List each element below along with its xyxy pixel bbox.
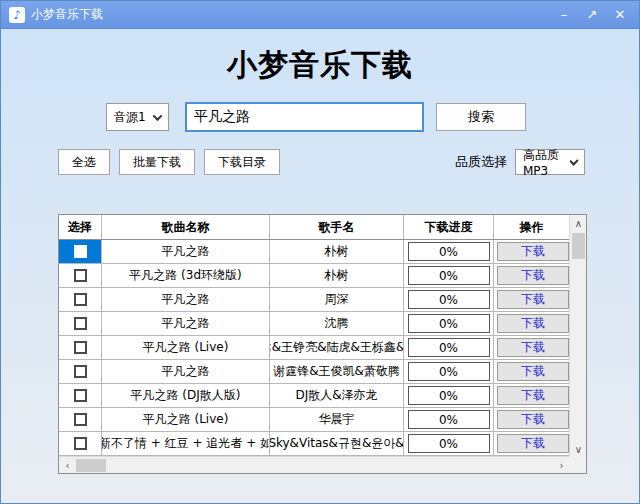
row-select-cell[interactable]: [59, 384, 102, 407]
row-select-cell[interactable]: [59, 288, 102, 311]
app-window: ♪ 小梦音乐下载 – ↗ ✕ 小梦音乐下载 音源1 搜索 全选 批量下载 下载目…: [0, 0, 640, 504]
row-checkbox[interactable]: [74, 269, 87, 282]
row-checkbox[interactable]: [74, 389, 87, 402]
row-checkbox[interactable]: [74, 245, 87, 258]
horizontal-scroll-thumb[interactable]: [76, 459, 106, 472]
table-body: 平凡之路 朴树 0% 下载 平凡之路 (3d环绕版) 朴树 0% 下载 平凡之路…: [59, 240, 569, 456]
row-checkbox[interactable]: [74, 365, 87, 378]
download-button[interactable]: 下载: [497, 338, 569, 357]
song-name-cell: 新不了情 + 红豆 + 追光者 + 如: [102, 432, 270, 455]
table-row: 平凡之路 朴树 0% 下载: [59, 240, 569, 264]
toolbar: 全选 批量下载 下载目录 品质选择 高品质MP3: [58, 149, 585, 175]
progress-box: 0%: [408, 290, 490, 309]
download-button[interactable]: 下载: [497, 434, 569, 453]
table-row: 新不了情 + 红豆 + 追光者 + 如 Sky&Vitas&규현&윤아& 0% …: [59, 432, 569, 456]
action-cell: 下载: [494, 336, 569, 359]
progress-box: 0%: [408, 338, 490, 357]
table-row: 平凡之路 (DJ散人版) DJ散人&泽亦龙 0% 下载: [59, 384, 569, 408]
download-button[interactable]: 下载: [497, 314, 569, 333]
table-row: 平凡之路 (Live) ;&王铮亮&陆虎&王栎鑫& 0% 下载: [59, 336, 569, 360]
progress-box: 0%: [408, 410, 490, 429]
action-cell: 下载: [494, 264, 569, 287]
progress-cell: 0%: [404, 408, 494, 431]
action-cell: 下载: [494, 312, 569, 335]
download-button[interactable]: 下载: [497, 290, 569, 309]
progress-box: 0%: [408, 434, 490, 453]
table-row: 平凡之路 周深 0% 下载: [59, 288, 569, 312]
row-select-cell[interactable]: [59, 408, 102, 431]
artist-name-cell: 谢霆锋&王俊凯&萧敬腾: [270, 360, 404, 383]
select-all-button[interactable]: 全选: [58, 149, 110, 175]
progress-box: 0%: [408, 314, 490, 333]
download-button[interactable]: 下载: [497, 410, 569, 429]
row-select-cell[interactable]: [59, 336, 102, 359]
search-button[interactable]: 搜索: [436, 103, 526, 131]
action-cell: 下载: [494, 240, 569, 263]
horizontal-scrollbar[interactable]: ‹ ›: [59, 456, 570, 473]
row-select-cell[interactable]: [59, 264, 102, 287]
quality-group: 品质选择 高品质MP3: [455, 149, 585, 175]
download-button[interactable]: 下载: [497, 266, 569, 285]
vertical-scrollbar[interactable]: ∧ ∨: [569, 215, 586, 458]
progress-cell: 0%: [404, 432, 494, 455]
download-button[interactable]: 下载: [497, 242, 569, 261]
quality-label: 品质选择: [455, 153, 507, 171]
chevron-down-icon: [153, 111, 163, 121]
scroll-right-icon[interactable]: ›: [553, 457, 570, 474]
row-select-cell[interactable]: [59, 240, 102, 263]
artist-name-cell: 沈腾: [270, 312, 404, 335]
progress-box: 0%: [408, 242, 490, 261]
vertical-scroll-thumb[interactable]: [572, 233, 585, 259]
column-header-artist: 歌手名: [270, 215, 404, 239]
download-button[interactable]: 下载: [497, 362, 569, 381]
row-checkbox[interactable]: [74, 437, 87, 450]
download-button[interactable]: 下载: [497, 386, 569, 405]
action-cell: 下载: [494, 432, 569, 455]
maximize-button[interactable]: ↗: [585, 7, 599, 22]
song-name-cell: 平凡之路 (3d环绕版): [102, 264, 270, 287]
batch-download-button[interactable]: 批量下载: [119, 149, 195, 175]
column-header-action: 操作: [494, 215, 569, 239]
row-select-cell[interactable]: [59, 432, 102, 455]
table-row: 平凡之路 (Live) 华晨宇 0% 下载: [59, 408, 569, 432]
row-select-cell[interactable]: [59, 360, 102, 383]
scroll-left-icon[interactable]: ‹: [59, 457, 76, 474]
row-checkbox[interactable]: [74, 413, 87, 426]
quality-select-value: 高品质MP3: [523, 147, 571, 178]
progress-cell: 0%: [404, 264, 494, 287]
song-name-cell: 平凡之路: [102, 240, 270, 263]
titlebar: ♪ 小梦音乐下载 – ↗ ✕: [1, 1, 639, 29]
progress-box: 0%: [408, 266, 490, 285]
quality-select[interactable]: 高品质MP3: [515, 149, 585, 175]
source-select[interactable]: 音源1: [106, 103, 169, 131]
song-name-cell: 平凡之路: [102, 312, 270, 335]
progress-cell: 0%: [404, 336, 494, 359]
column-header-progress: 下载进度: [404, 215, 494, 239]
progress-cell: 0%: [404, 384, 494, 407]
results-grid: 选择 歌曲名称 歌手名 下载进度 操作 平凡之路 朴树 0% 下载 平凡之路 (…: [58, 214, 587, 474]
scroll-up-icon[interactable]: ∧: [570, 215, 587, 232]
minimize-button[interactable]: –: [557, 7, 571, 22]
download-dir-button[interactable]: 下载目录: [204, 149, 280, 175]
search-input[interactable]: [185, 102, 424, 132]
app-body: 小梦音乐下载 音源1 搜索 全选 批量下载 下载目录 品质选择 高品质MP3: [1, 29, 639, 503]
progress-cell: 0%: [404, 360, 494, 383]
row-checkbox[interactable]: [74, 341, 87, 354]
search-row: 音源1 搜索: [106, 102, 639, 132]
action-cell: 下载: [494, 360, 569, 383]
artist-name-cell: 周深: [270, 288, 404, 311]
action-cell: 下载: [494, 384, 569, 407]
column-header-song: 歌曲名称: [102, 215, 270, 239]
song-name-cell: 平凡之路: [102, 288, 270, 311]
song-name-cell: 平凡之路 (DJ散人版): [102, 384, 270, 407]
table-row: 平凡之路 谢霆锋&王俊凯&萧敬腾 0% 下载: [59, 360, 569, 384]
progress-box: 0%: [408, 362, 490, 381]
progress-cell: 0%: [404, 240, 494, 263]
close-button[interactable]: ✕: [613, 7, 627, 22]
scrollbar-corner: [569, 456, 586, 473]
row-checkbox[interactable]: [74, 317, 87, 330]
row-select-cell[interactable]: [59, 312, 102, 335]
row-checkbox[interactable]: [74, 293, 87, 306]
window-title: 小梦音乐下载: [31, 6, 557, 23]
music-note-icon: ♪: [9, 7, 25, 23]
